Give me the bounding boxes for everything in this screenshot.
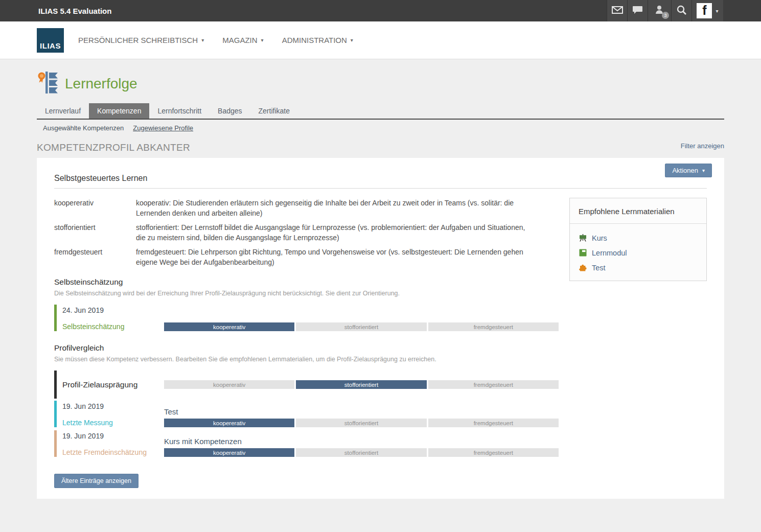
achievements-icon bbox=[37, 71, 60, 97]
entry-source-title: Kurs mit Kompetenzen bbox=[164, 437, 559, 446]
level-bar-stofforientiert: stofforientiert bbox=[296, 380, 426, 389]
level-bar-koopererativ: koopererativ bbox=[164, 380, 294, 389]
menu-personal-desktop[interactable]: PERSÖNLICHER SCHREIBTISCH ▾ bbox=[78, 36, 204, 44]
material-link-lernmodul[interactable]: Lernmodul bbox=[579, 248, 698, 257]
materials-title: Empfohlene Lernmaterialien bbox=[570, 198, 706, 224]
level-bars: koopererativ stofforientiert fremdgesteu… bbox=[164, 322, 559, 331]
who-is-online-button[interactable]: 3 bbox=[648, 0, 671, 21]
actions-button[interactable]: Aktionen ▾ bbox=[665, 164, 712, 177]
level-bar-fremdgesteuert: fremdgesteuert bbox=[428, 322, 559, 331]
subtab-ausgewaehlte-kompetenzen[interactable]: Ausgewählte Kompetenzen bbox=[43, 124, 124, 132]
page-content: Lernerfolge Lernverlauf Kompetenzen Lern… bbox=[0, 59, 761, 499]
entry-label: Letzte Messung bbox=[62, 419, 164, 427]
level-bar-koopererativ: koopererativ bbox=[164, 419, 294, 427]
chat-button[interactable] bbox=[627, 0, 648, 21]
level-bar-fremdgesteuert: fremdgesteuert bbox=[428, 419, 559, 427]
entry-date: 24. Jun 2019 bbox=[62, 305, 164, 314]
entry-source-title: Test bbox=[164, 407, 559, 416]
competence-title: Selbstgesteuertes Lernen bbox=[54, 164, 707, 189]
entry-label: Letzte Fremdeinschätzung bbox=[62, 448, 164, 457]
profile-heading: KOMPETENZPROFIL ABKANTER bbox=[37, 142, 190, 153]
main-navbar: ILIAS PERSÖNLICHER SCHREIBTISCH ▾ MAGAZI… bbox=[0, 21, 761, 59]
page-title: Lernerfolge bbox=[65, 76, 137, 92]
level-bar-stofforientiert: stofforientiert bbox=[296, 448, 426, 457]
entry-label: Selbsteinschätzung bbox=[62, 322, 164, 331]
test-icon bbox=[579, 263, 587, 272]
panel-body: koopererativ kooperativ: Die Studierende… bbox=[54, 189, 707, 488]
profile-comparison-note: Sie müssen diese Kompetenz verbessern. B… bbox=[54, 356, 559, 363]
level-bar-stofforientiert: stofforientiert bbox=[296, 419, 426, 427]
entry-date: 19. Jun 2019 bbox=[62, 401, 164, 410]
material-link-kurs[interactable]: Kurs bbox=[579, 234, 698, 242]
level-bar-koopererativ: koopererativ bbox=[164, 448, 294, 457]
online-count-badge: 3 bbox=[662, 12, 669, 19]
user-menu-button[interactable]: f ▾ bbox=[691, 0, 723, 21]
tab-lernfortschritt[interactable]: Lernfortschritt bbox=[149, 103, 210, 119]
last-external-assessment-entry: 19. Jun 2019 Letzte Fremdeinschätzung Ku… bbox=[54, 430, 559, 457]
level-definitions: koopererativ kooperativ: Die Studierende… bbox=[54, 198, 559, 267]
chevron-down-icon: ▾ bbox=[261, 37, 264, 43]
target-level-entry: Profil-Zielausprägung koopererativ stoff… bbox=[54, 371, 559, 399]
search-icon bbox=[677, 5, 686, 17]
subtab-bar: Ausgewählte Kompetenzen Zugewiesene Prof… bbox=[37, 120, 724, 134]
chevron-down-icon: ▾ bbox=[702, 168, 705, 173]
chevron-down-icon: ▾ bbox=[201, 37, 204, 43]
level-term: stofforientiert bbox=[54, 222, 136, 243]
search-button[interactable] bbox=[671, 0, 691, 21]
subtab-zugewiesene-profile[interactable]: Zugewiesene Profile bbox=[133, 124, 193, 132]
level-term: fremdgesteuert bbox=[54, 247, 136, 267]
chevron-down-icon: ▾ bbox=[716, 8, 718, 14]
self-assessment-heading: Selbsteinschätzung bbox=[54, 277, 559, 287]
section-header-row: KOMPETENZPROFIL ABKANTER Filter anzeigen bbox=[37, 142, 724, 153]
level-term: koopererativ bbox=[54, 198, 136, 218]
target-label: Profil-Zielausprägung bbox=[62, 380, 164, 389]
learning-module-icon bbox=[579, 248, 587, 257]
tab-zertifikate[interactable]: Zertifikate bbox=[250, 103, 298, 119]
main-menu: PERSÖNLICHER SCHREIBTISCH ▾ MAGAZIN ▾ AD… bbox=[78, 36, 353, 44]
chat-icon bbox=[632, 6, 643, 16]
level-bar-fremdgesteuert: fremdgesteuert bbox=[428, 448, 559, 457]
tab-bar: Lernverlauf Kompetenzen Lernfortschritt … bbox=[37, 103, 724, 120]
recommended-materials-panel: Empfohlene Lernmaterialien bbox=[569, 198, 707, 281]
ilias-logo[interactable]: ILIAS bbox=[37, 28, 64, 53]
last-measurement-entry: 19. Jun 2019 Letzte Messung Test koopere… bbox=[54, 401, 559, 427]
definition-row: koopererativ kooperativ: Die Studierende… bbox=[54, 198, 559, 218]
level-bars: koopererativ stofforientiert fremdgesteu… bbox=[164, 380, 559, 389]
level-bars: koopererativ stofforientiert fremdgesteu… bbox=[164, 448, 559, 457]
mail-button[interactable] bbox=[607, 0, 627, 21]
level-description: fremdgesteuert: Die Lehrperson gibt Rich… bbox=[136, 247, 534, 267]
competence-panel: Aktionen ▾ Selbstgesteuertes Lernen koop… bbox=[37, 158, 724, 499]
tab-lernverlauf[interactable]: Lernverlauf bbox=[37, 103, 89, 119]
page-header: Lernerfolge bbox=[37, 59, 724, 97]
mail-icon bbox=[612, 6, 623, 16]
material-link-test[interactable]: Test bbox=[579, 263, 698, 272]
definition-row: stofforientiert stofforientiert: Der Ler… bbox=[54, 222, 559, 243]
entry-date: 19. Jun 2019 bbox=[62, 430, 164, 440]
course-icon bbox=[579, 234, 587, 242]
tab-badges[interactable]: Badges bbox=[210, 103, 250, 119]
level-description: stofforientiert: Der Lernstoff bildet di… bbox=[136, 222, 534, 243]
topbar: ILIAS 5.4 Evaluation 3 f ▾ bbox=[0, 0, 761, 21]
self-assessment-note: Die Selbsteinschätzung wird bei der Erre… bbox=[54, 290, 559, 297]
level-description: kooperativ: Die Studierenden erläutern s… bbox=[136, 198, 534, 218]
level-bar-koopererativ: koopererativ bbox=[164, 322, 294, 331]
definition-row: fremdgesteuert fremdgesteuert: Die Lehrp… bbox=[54, 247, 559, 267]
tab-kompetenzen[interactable]: Kompetenzen bbox=[89, 103, 149, 119]
filter-toggle-link[interactable]: Filter anzeigen bbox=[681, 142, 724, 150]
topbar-actions: 3 f ▾ bbox=[607, 0, 723, 21]
level-bars: koopererativ stofforientiert fremdgesteu… bbox=[164, 419, 559, 427]
main-column: koopererativ kooperativ: Die Studierende… bbox=[54, 198, 559, 488]
chevron-down-icon: ▾ bbox=[351, 37, 353, 43]
level-bar-stofforientiert: stofforientiert bbox=[296, 322, 426, 331]
level-bar-fremdgesteuert: fremdgesteuert bbox=[428, 380, 559, 389]
menu-administration[interactable]: ADMINISTRATION ▾ bbox=[282, 36, 353, 44]
app-title: ILIAS 5.4 Evaluation bbox=[0, 7, 111, 15]
profile-comparison-heading: Profilvergleich bbox=[54, 343, 559, 353]
older-entries-button[interactable]: Ältere Einträge anzeigen bbox=[54, 474, 139, 488]
menu-repository[interactable]: MAGAZIN ▾ bbox=[222, 36, 263, 44]
avatar: f bbox=[697, 3, 712, 18]
self-assessment-entry: 24. Jun 2019 Selbsteinschätzung kooperer… bbox=[54, 305, 559, 331]
